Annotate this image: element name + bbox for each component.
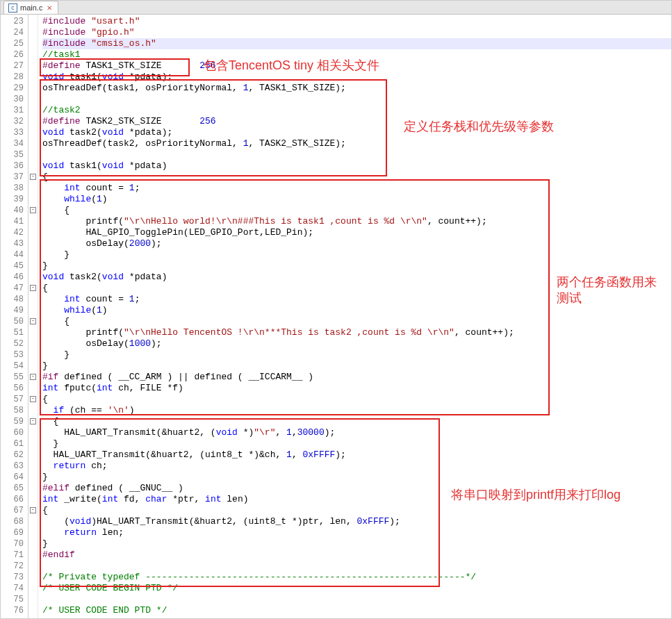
code-line[interactable]: } bbox=[42, 261, 671, 272]
code-line[interactable]: void task2(void *pdata); bbox=[42, 127, 671, 138]
line-number: 35 bbox=[1, 149, 24, 160]
code-content[interactable]: #include "usart.h"#include "gpio.h"#incl… bbox=[38, 15, 671, 618]
code-line[interactable]: { bbox=[42, 283, 671, 294]
line-number-gutter: 2324252627282930313233343536373839404142… bbox=[1, 15, 28, 618]
code-line[interactable]: { bbox=[42, 172, 671, 183]
code-line[interactable]: int count = 1; bbox=[42, 183, 671, 194]
fold-toggle-icon[interactable]: - bbox=[30, 318, 36, 324]
line-number: 37 bbox=[1, 172, 24, 183]
code-line[interactable]: void task1(void *pdata); bbox=[42, 72, 671, 83]
code-line[interactable]: { bbox=[42, 416, 671, 427]
line-number: 24 bbox=[1, 27, 24, 38]
close-icon[interactable]: ✕ bbox=[47, 4, 54, 11]
fold-toggle-icon[interactable]: - bbox=[30, 396, 36, 402]
code-line[interactable] bbox=[42, 149, 671, 160]
tab-main-c[interactable]: c main.c ✕ bbox=[3, 1, 58, 14]
code-line[interactable]: { bbox=[42, 505, 671, 516]
code-line[interactable]: #include "gpio.h" bbox=[42, 27, 671, 38]
line-number: 56 bbox=[1, 383, 24, 394]
line-number: 39 bbox=[1, 194, 24, 205]
line-number: 34 bbox=[1, 138, 24, 149]
code-line[interactable]: #elif defined ( __GNUC__ ) bbox=[42, 483, 671, 494]
editor-window: c main.c ✕ 23242526272829303132333435363… bbox=[0, 0, 672, 619]
line-number: 58 bbox=[1, 405, 24, 416]
code-line[interactable] bbox=[42, 594, 671, 605]
code-line[interactable]: if (ch == '\n') bbox=[42, 405, 671, 416]
code-line[interactable]: osDelay(1000); bbox=[42, 338, 671, 349]
line-number: 52 bbox=[1, 338, 24, 349]
line-number: 41 bbox=[1, 216, 24, 227]
code-line[interactable]: osDelay(2000); bbox=[42, 238, 671, 249]
code-line[interactable] bbox=[42, 561, 671, 572]
code-line[interactable]: //task1 bbox=[42, 49, 671, 60]
line-number: 75 bbox=[1, 594, 24, 605]
fold-toggle-icon[interactable]: - bbox=[30, 285, 36, 291]
code-line[interactable]: while(1) bbox=[42, 305, 671, 316]
fold-toggle-icon[interactable]: - bbox=[30, 374, 36, 380]
code-line[interactable]: } bbox=[42, 361, 671, 372]
code-line[interactable]: printf("\r\nHello world!\r\n###This is t… bbox=[42, 216, 671, 227]
code-line[interactable]: #define TASK1_STK_SIZE 256 bbox=[42, 60, 671, 72]
code-line[interactable]: { bbox=[42, 316, 671, 327]
code-line[interactable]: /* USER CODE BEGIN PTD */ bbox=[42, 583, 671, 594]
code-line[interactable]: printf("\r\nHello TencentOS !\r\n***This… bbox=[42, 327, 671, 338]
code-line[interactable]: { bbox=[42, 394, 671, 405]
code-line[interactable]: } bbox=[42, 472, 671, 483]
code-line[interactable]: HAL_UART_Transmit(&huart2, (void *)"\r",… bbox=[42, 427, 671, 438]
line-number: 36 bbox=[1, 160, 24, 172]
code-line[interactable]: #include "cmsis_os.h" bbox=[42, 38, 671, 49]
code-line[interactable]: while(1) bbox=[42, 194, 671, 205]
line-number: 55 bbox=[1, 372, 24, 383]
code-line[interactable]: void task1(void *pdata) bbox=[42, 160, 671, 172]
line-number: 62 bbox=[1, 449, 24, 461]
code-line[interactable]: int count = 1; bbox=[42, 294, 671, 305]
code-line[interactable]: } bbox=[42, 249, 671, 261]
line-number: 40 bbox=[1, 205, 24, 216]
code-line[interactable]: } bbox=[42, 438, 671, 449]
code-line[interactable]: #if defined ( __CC_ARM ) || defined ( __… bbox=[42, 372, 671, 383]
line-number: 73 bbox=[1, 572, 24, 583]
code-line[interactable]: { bbox=[42, 205, 671, 216]
fold-gutter: --------- bbox=[28, 15, 38, 618]
line-number: 26 bbox=[1, 49, 24, 60]
line-number: 63 bbox=[1, 461, 24, 472]
code-line[interactable]: HAL_UART_Transmit(&huart2, (uint8_t *)&c… bbox=[42, 449, 671, 461]
line-number: 71 bbox=[1, 550, 24, 561]
code-line[interactable]: HAL_GPIO_TogglePin(LED_GPIO_Port,LED_Pin… bbox=[42, 227, 671, 238]
code-line[interactable]: #include "usart.h" bbox=[42, 16, 671, 27]
fold-toggle-icon[interactable]: - bbox=[30, 174, 36, 180]
code-area: 2324252627282930313233343536373839404142… bbox=[1, 15, 671, 618]
code-line[interactable]: /* Private typedef ---------------------… bbox=[42, 572, 671, 583]
code-line[interactable]: } bbox=[42, 349, 671, 361]
code-line[interactable]: osThreadDef(task1, osPriorityNormal, 1, … bbox=[42, 83, 671, 94]
line-number: 49 bbox=[1, 305, 24, 316]
c-file-icon: c bbox=[8, 3, 17, 13]
code-line[interactable]: int _write(int fd, char *ptr, int len) bbox=[42, 494, 671, 505]
code-line[interactable]: osThreadDef(task2, osPriorityNormal, 1, … bbox=[42, 138, 671, 149]
code-line[interactable]: return ch; bbox=[42, 461, 671, 472]
fold-toggle-icon[interactable]: - bbox=[30, 418, 36, 424]
fold-toggle-icon[interactable]: - bbox=[30, 507, 36, 513]
line-number: 72 bbox=[1, 561, 24, 572]
line-number: 67 bbox=[1, 505, 24, 516]
code-line[interactable] bbox=[42, 94, 671, 105]
code-line[interactable]: //task2 bbox=[42, 105, 671, 116]
code-line[interactable]: #define TASK2_STK_SIZE 256 bbox=[42, 116, 671, 127]
code-line[interactable]: int fputc(int ch, FILE *f) bbox=[42, 383, 671, 394]
code-line[interactable]: /* USER CODE END PTD */ bbox=[42, 605, 671, 616]
code-line[interactable]: } bbox=[42, 538, 671, 550]
code-line[interactable]: (void)HAL_UART_Transmit(&huart2, (uint8_… bbox=[42, 516, 671, 527]
line-number: 69 bbox=[1, 527, 24, 538]
fold-toggle-icon[interactable]: - bbox=[30, 207, 36, 213]
line-number: 33 bbox=[1, 127, 24, 138]
line-number: 46 bbox=[1, 272, 24, 283]
code-line[interactable]: void task2(void *pdata) bbox=[42, 272, 671, 283]
line-number: 43 bbox=[1, 238, 24, 249]
tab-filename: main.c bbox=[20, 3, 42, 12]
code-line[interactable]: return len; bbox=[42, 527, 671, 538]
line-number: 53 bbox=[1, 349, 24, 361]
line-number: 74 bbox=[1, 583, 24, 594]
line-number: 60 bbox=[1, 427, 24, 438]
code-line[interactable]: #endif bbox=[42, 550, 671, 561]
line-number: 47 bbox=[1, 283, 24, 294]
